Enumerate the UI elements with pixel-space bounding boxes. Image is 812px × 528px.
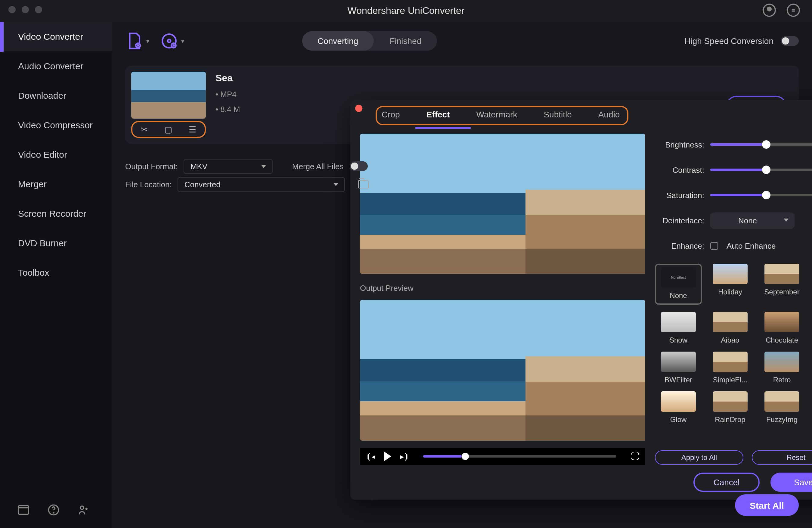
- cancel-button[interactable]: Cancel: [693, 473, 760, 492]
- file-size: 8.4 M: [220, 105, 240, 114]
- account-icon[interactable]: [763, 4, 776, 17]
- max-dot-icon[interactable]: [35, 6, 42, 13]
- saturation-slider[interactable]: [710, 194, 812, 196]
- help-icon[interactable]: [47, 503, 60, 516]
- tab-audio[interactable]: Audio: [597, 107, 621, 122]
- player-bar: ⦗◂ ▸⦘ ⛶: [360, 448, 645, 465]
- effect-chocolate[interactable]: Chocolate: [758, 312, 806, 344]
- tab-subtitle[interactable]: Subtitle: [542, 107, 573, 122]
- status-segment: Converting Finished: [302, 31, 437, 50]
- effect-simpleel[interactable]: SimpleEl...: [707, 352, 754, 384]
- tutorial-icon[interactable]: [17, 503, 30, 516]
- auto-enhance-checkbox[interactable]: [710, 242, 718, 249]
- trim-icon[interactable]: ✂: [141, 125, 148, 134]
- effect-retro[interactable]: Retro: [758, 352, 806, 384]
- svg-rect-0: [19, 505, 29, 514]
- merge-toggle[interactable]: [349, 161, 367, 171]
- effect-fuzzyimg[interactable]: FuzzyImg: [758, 391, 806, 424]
- sidebar-item-video-compressor[interactable]: Video Compressor: [0, 110, 112, 140]
- effects-grid: No EffectNone Holiday September Snow Aib…: [655, 264, 812, 424]
- sidebar-item-audio-converter[interactable]: Audio Converter: [0, 51, 112, 81]
- close-dot-icon[interactable]: [9, 6, 16, 13]
- play-icon[interactable]: [384, 452, 391, 461]
- high-speed-toggle[interactable]: [781, 36, 799, 45]
- effect-raindrop[interactable]: RainDrop: [707, 391, 754, 424]
- save-button[interactable]: Save: [770, 473, 812, 492]
- effect-glow[interactable]: Glow: [655, 391, 702, 424]
- sidebar-item-screen-recorder[interactable]: Screen Recorder: [0, 199, 112, 228]
- output-preview-label: Output Preview: [360, 284, 645, 293]
- feedback-icon[interactable]: [77, 503, 90, 516]
- effect-dialog: Crop Effect Watermark Subtitle Audio Out…: [350, 100, 812, 500]
- effect-snow[interactable]: Snow: [655, 312, 702, 344]
- file-location-label: File Location:: [125, 180, 172, 189]
- sidebar-item-downloader[interactable]: Downloader: [0, 81, 112, 110]
- file-thumbnail: [131, 72, 206, 119]
- svg-point-2: [53, 512, 54, 513]
- tab-finished[interactable]: Finished: [374, 31, 437, 50]
- sidebar-item-video-converter[interactable]: Video Converter: [0, 22, 112, 51]
- brightness-label: Brightness:: [655, 140, 704, 149]
- crop-icon[interactable]: ▢: [164, 125, 172, 134]
- start-all-button[interactable]: Start All: [735, 494, 799, 516]
- tab-converting[interactable]: Converting: [302, 31, 374, 50]
- next-frame-icon[interactable]: ▸⦘: [400, 452, 409, 461]
- deinterlace-select[interactable]: None: [710, 212, 795, 228]
- merge-label: Merge All Files: [292, 162, 344, 171]
- sidebar: Video Converter Audio Converter Download…: [0, 22, 112, 528]
- output-format-select[interactable]: MKV: [184, 159, 273, 174]
- add-disc-button[interactable]: ▾: [160, 32, 178, 50]
- sidebar-item-video-editor[interactable]: Video Editor: [0, 140, 112, 169]
- seek-slider[interactable]: [423, 455, 617, 458]
- deinterlace-label: Deinterlace:: [655, 216, 704, 225]
- source-preview: [360, 134, 645, 274]
- fullscreen-icon[interactable]: ⛶: [631, 452, 639, 461]
- tab-effect[interactable]: Effect: [425, 107, 451, 122]
- output-preview: [360, 300, 645, 441]
- effect-september[interactable]: September: [758, 264, 806, 305]
- main-panel: ▾ ▾ Converting Finished High Speed Conve…: [112, 22, 812, 528]
- window-controls[interactable]: [9, 6, 42, 13]
- tab-watermark[interactable]: Watermark: [475, 107, 519, 122]
- effect-holiday[interactable]: Holiday: [707, 264, 754, 305]
- prev-frame-icon[interactable]: ⦗◂: [366, 452, 376, 461]
- contrast-label: Contrast:: [655, 165, 704, 174]
- enhance-label: Enhance:: [655, 241, 704, 250]
- chevron-down-icon: ▾: [181, 38, 184, 44]
- tab-crop[interactable]: Crop: [380, 107, 401, 122]
- auto-enhance-text: Auto Enhance: [726, 241, 775, 250]
- file-location-select[interactable]: Converted: [178, 177, 345, 192]
- svg-point-3: [81, 506, 84, 509]
- saturation-label: Saturation:: [655, 190, 704, 200]
- brightness-slider[interactable]: [710, 143, 812, 146]
- titlebar: Wondershare UniConverter ≡: [0, 0, 812, 22]
- high-speed-label: High Speed Conversion: [684, 36, 773, 45]
- file-format: MP4: [220, 90, 236, 99]
- effect-none[interactable]: No EffectNone: [655, 264, 702, 305]
- chevron-down-icon: ▾: [146, 38, 149, 44]
- effect-bwfilter[interactable]: BWFilter: [655, 352, 702, 384]
- svg-point-6: [168, 39, 171, 42]
- add-file-button[interactable]: ▾: [125, 32, 143, 50]
- open-folder-icon[interactable]: [359, 180, 369, 188]
- window-title: Wondershare UniConverter: [348, 5, 465, 16]
- effect-icon[interactable]: ☰: [189, 125, 197, 134]
- output-format-label: Output Format:: [125, 162, 178, 171]
- menu-icon[interactable]: ≡: [787, 4, 800, 17]
- apply-to-all-button[interactable]: Apply to All: [655, 450, 743, 465]
- reset-button[interactable]: Reset: [752, 450, 812, 465]
- contrast-slider[interactable]: [710, 169, 812, 171]
- edit-tools-highlight: ✂ ▢ ☰: [131, 121, 206, 138]
- file-title: Sea: [216, 73, 240, 84]
- sidebar-item-toolbox[interactable]: Toolbox: [0, 258, 112, 287]
- effect-aibao[interactable]: Aibao: [707, 312, 754, 344]
- min-dot-icon[interactable]: [22, 6, 29, 13]
- sidebar-item-dvd-burner[interactable]: DVD Burner: [0, 228, 112, 258]
- sidebar-item-merger[interactable]: Merger: [0, 169, 112, 199]
